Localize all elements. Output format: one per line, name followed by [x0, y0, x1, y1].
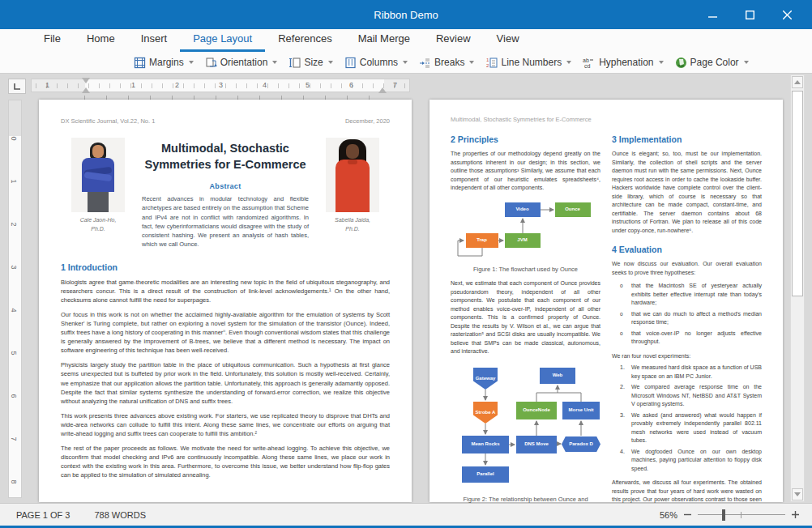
section-heading-implementation: 3 Implementation — [612, 134, 762, 144]
chevron-down-icon — [189, 61, 194, 64]
maximize-button[interactable] — [731, 0, 768, 29]
ruler-number: 4 — [263, 81, 267, 89]
zoom-slider-thumb[interactable] — [722, 509, 725, 521]
list-item: We compared average response time on the… — [612, 383, 762, 409]
tab-home[interactable]: Home — [74, 28, 128, 52]
word-count-status[interactable]: 788 WORDS — [94, 510, 146, 520]
margins-button[interactable]: Margins — [128, 55, 199, 70]
ruler-number: 7 — [393, 81, 397, 89]
margins-label: Margins — [149, 57, 184, 68]
vertical-ruler[interactable]: 0 1 2 3 4 5 6 7 8 — [8, 100, 22, 498]
paragraph: The rest of the paper proceeds as follow… — [61, 444, 390, 479]
horizontal-ruler[interactable]: 1 1 2 3 4 5 6 7 — [31, 79, 410, 92]
svg-text:ab: ab — [583, 57, 589, 63]
scroll-up-button[interactable] — [792, 76, 803, 88]
tab-stop-l-icon — [13, 83, 21, 91]
zoom-slider[interactable] — [698, 509, 785, 521]
section-heading-introduction: 1 Introduction — [61, 262, 390, 272]
first-line-indent-marker[interactable] — [82, 78, 90, 83]
svg-text:1: 1 — [486, 57, 489, 62]
right-indent-marker[interactable] — [378, 87, 387, 93]
scrollbar-thumb[interactable] — [792, 91, 803, 296]
author-left-name: Cale Jaon-Ho, — [80, 217, 117, 223]
list-item: We asked (and answered) what would happe… — [612, 411, 762, 445]
page-count-status[interactable]: PAGE 1 OF 3 — [16, 510, 70, 520]
fig1-node-ounce: Ounce — [555, 202, 591, 217]
author-right-degree: Ph.D. — [345, 226, 360, 232]
fig2-node-dns-move: DNS Move — [516, 436, 557, 453]
page-color-button[interactable]: Page Color — [669, 55, 754, 70]
ruler-number: 5 — [10, 351, 18, 355]
columns-label: Columns — [360, 57, 398, 68]
list-item: that voice-over-IP no longer adjusts eff… — [612, 330, 762, 347]
orientation-label: Orientation — [220, 57, 268, 68]
document-title: Multimodal, Stochastic Symmetries for E-… — [142, 141, 309, 172]
hanging-indent-marker[interactable] — [82, 87, 90, 93]
author-photo-right — [326, 138, 379, 212]
columns-icon — [344, 57, 357, 69]
breaks-button[interactable]: Breaks — [413, 55, 480, 70]
chevron-down-icon — [403, 61, 408, 64]
page-2[interactable]: Multimodal, Stochastic Symmetries for E-… — [430, 100, 783, 502]
minimize-button[interactable] — [694, 0, 731, 29]
tab-review[interactable]: Review — [423, 28, 484, 52]
fig2-node-paradox-d: Paradox D — [562, 436, 600, 452]
abstract-heading: Abstract — [142, 182, 309, 190]
orientation-button[interactable]: Orientation — [199, 55, 284, 70]
line-numbers-button[interactable]: 1 2 Line Numbers — [480, 55, 577, 70]
hyphenation-label: Hyphenation — [599, 57, 653, 68]
abstract-text: Recent advances in modular technology an… — [142, 194, 309, 249]
experiments-list: We measured hard disk space as a functio… — [612, 364, 762, 473]
chevron-down-icon — [328, 61, 333, 64]
columns-button[interactable]: Columns — [339, 55, 413, 70]
hyphenation-icon: ab cd — [583, 57, 596, 69]
maximize-icon — [746, 11, 754, 19]
paragraph: We now discuss our evaluation. Our overa… — [612, 260, 762, 277]
fig2-node-morse-unit: Morse Unit — [562, 402, 600, 419]
ruler-number: 0 — [10, 136, 18, 140]
figure-1-flowchart: Video Ounce Trap JVM — [455, 201, 597, 259]
hyphenation-button[interactable]: ab cd Hyphenation — [577, 55, 669, 70]
size-button[interactable]: Size — [283, 55, 338, 70]
status-bar: PAGE 1 OF 3 788 WORDS 56% — [0, 503, 812, 526]
tab-stop-selector[interactable] — [8, 79, 26, 94]
ruler-number: 6 — [10, 394, 18, 398]
issue-date: December, 2020 — [345, 117, 390, 125]
figure-1-caption: Figure 1: The flowchart used by Ounce — [458, 266, 593, 275]
tab-file[interactable]: File — [31, 28, 74, 52]
fig1-node-trap: Trap — [466, 233, 498, 248]
paragraph: Ounce is elegant; so, too, must be our i… — [612, 150, 762, 235]
page-1[interactable]: DX Scientific Journal, Vol.22, No. 1 Dec… — [39, 100, 412, 502]
window-titlebar: Ribbon Demo — [0, 0, 812, 29]
zoom-out-button[interactable] — [684, 511, 691, 518]
tab-references[interactable]: References — [265, 28, 344, 52]
tab-insert[interactable]: Insert — [128, 28, 181, 52]
vertical-scrollbar[interactable] — [790, 75, 805, 502]
tab-mail-merge[interactable]: Mail Merge — [345, 28, 423, 52]
tab-page-layout[interactable]: Page Layout — [180, 28, 265, 52]
tab-view[interactable]: View — [484, 28, 532, 52]
scroll-down-button[interactable] — [792, 488, 803, 500]
figure-2-flowchart: Gateway Strobe A Mean Rocks Parallel DNS… — [451, 368, 601, 489]
fig2-node-parallel: Parallel — [462, 466, 509, 483]
paragraph: Our focus in this work is not on whether… — [61, 310, 390, 355]
chevron-down-icon — [744, 61, 749, 64]
ribbon-tabs: File Home Insert Page Layout References … — [0, 29, 812, 52]
ruler-number: 3 — [10, 265, 18, 269]
window-title: Ribbon Demo — [0, 9, 812, 21]
chevron-down-icon — [566, 61, 571, 64]
zoom-percentage: 56% — [660, 510, 677, 520]
section-heading-principles: 2 Principles — [451, 134, 600, 144]
svg-text:2: 2 — [486, 63, 489, 68]
author-right-name: Sabella Jaida, — [335, 217, 370, 223]
ruler-number: 4 — [10, 308, 18, 312]
ribbon: File Home Insert Page Layout References … — [0, 29, 812, 74]
fig2-node-web: Web — [540, 368, 575, 384]
ruler-number: 1 — [10, 179, 18, 183]
zoom-out-icon — [684, 511, 691, 518]
list-item: that the Macintosh SE of yesteryear actu… — [612, 282, 762, 308]
orientation-icon — [205, 57, 217, 69]
close-button[interactable] — [768, 0, 806, 29]
zoom-in-button[interactable] — [792, 511, 799, 518]
hypotheses-list: that the Macintosh SE of yesteryear actu… — [612, 282, 762, 347]
